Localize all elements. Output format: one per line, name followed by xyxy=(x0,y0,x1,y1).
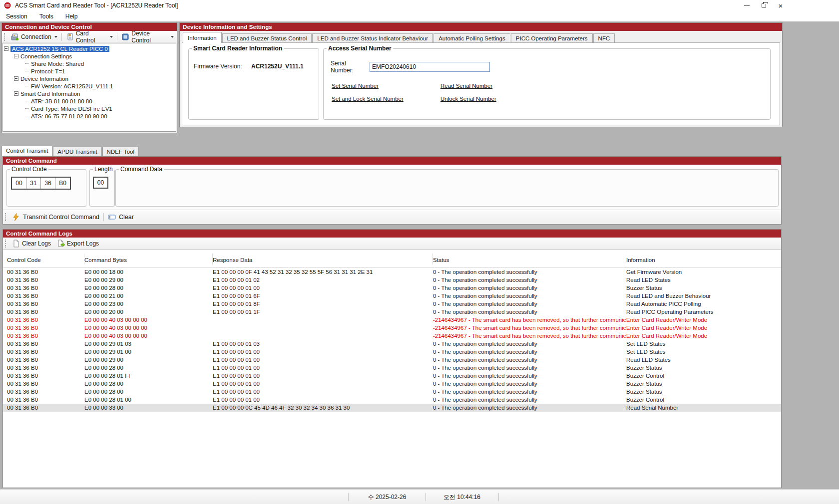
clear-button[interactable]: Clear xyxy=(105,212,137,222)
status-date: 수 2025-02-26 xyxy=(349,490,425,504)
cell-information: Buzzer Status xyxy=(626,381,781,387)
window-controls: × xyxy=(738,0,789,11)
table-row[interactable]: 00 31 36 B0 E0 00 00 20 00 E1 00 00 00 0… xyxy=(3,308,781,316)
tree-row-leaf[interactable]: ATR: 3B 81 80 01 80 80 xyxy=(4,97,175,105)
table-row[interactable]: 00 31 36 B0 E0 00 00 28 01 00 E1 00 00 0… xyxy=(3,396,781,404)
column-header-status[interactable]: Status xyxy=(433,253,626,264)
control-code-byte-input[interactable]: 31 xyxy=(26,178,41,189)
tab-picc-operating-parameters[interactable]: PICC Operating Parameters xyxy=(511,33,593,43)
cell-control-code: 00 31 36 B0 xyxy=(7,405,84,411)
collapse-icon[interactable] xyxy=(14,76,18,81)
table-row[interactable]: 00 31 36 B0 E0 00 00 28 00 E1 00 00 00 0… xyxy=(3,364,781,372)
tree-node-label[interactable]: ATS: 06 75 77 81 02 80 90 00 xyxy=(31,113,107,119)
unlock-serial-number-link[interactable]: Unlock Serial Number xyxy=(440,96,496,102)
tab-nfc[interactable]: NFC xyxy=(593,33,615,43)
control-code-byte-input[interactable]: 00 xyxy=(12,178,26,189)
column-header-information[interactable]: Information xyxy=(626,253,781,264)
menu-help[interactable]: Help xyxy=(59,12,84,21)
table-row[interactable]: 00 31 36 B0 E0 00 00 29 01 00 E1 00 00 0… xyxy=(3,348,781,356)
cell-information: Buzzer Status xyxy=(626,365,781,371)
transmit-control-command-button[interactable]: Transmit Control Command xyxy=(9,212,102,222)
column-header-command-bytes[interactable]: Command Bytes xyxy=(84,253,213,264)
set-serial-number-link[interactable]: Set Serial Number xyxy=(332,83,440,89)
set-and-lock-serial-number-link[interactable]: Set and Lock Serial Number xyxy=(332,96,440,102)
tree-row-leaf[interactable]: Card Type: Mifare DESFire EV1 xyxy=(4,105,175,112)
table-row[interactable]: 00 31 36 B0 E0 00 00 23 00 E1 00 00 00 0… xyxy=(3,300,781,308)
export-logs-button[interactable]: Export Logs xyxy=(54,239,102,249)
menu-tools[interactable]: Tools xyxy=(33,12,59,21)
control-code-byte-input[interactable]: B0 xyxy=(55,178,70,189)
cell-status: -2146434967 - The smart card has been re… xyxy=(433,333,626,339)
toolbar-grip[interactable] xyxy=(5,213,6,221)
toolbar-grip[interactable] xyxy=(4,33,5,41)
firmware-version-label: Firmware Version: xyxy=(194,63,251,70)
cell-status: 0 - The operation completed successfully xyxy=(433,365,626,371)
tree-node-label[interactable]: Protocol: T=1 xyxy=(31,68,65,74)
collapse-icon[interactable] xyxy=(4,46,8,51)
cell-status: 0 - The operation completed successfully xyxy=(433,293,626,299)
cell-control-code: 00 31 36 B0 xyxy=(7,285,84,291)
column-header-response-data[interactable]: Response Data xyxy=(213,253,433,264)
cell-information: Get Firmware Version xyxy=(626,269,781,275)
tab-led-buzzer-indicator-behaviour[interactable]: LED and Buzzer Status Indicator Behaviou… xyxy=(312,33,433,43)
table-row[interactable]: 00 31 36 B0 E0 00 00 28 00 E1 00 00 00 0… xyxy=(3,284,781,292)
serial-number-input[interactable] xyxy=(370,62,490,72)
close-button[interactable]: × xyxy=(772,0,789,11)
table-row[interactable]: 00 31 36 B0 E0 00 00 29 00 E1 00 00 00 0… xyxy=(3,276,781,284)
collapse-icon[interactable] xyxy=(14,54,18,58)
tree-row-group[interactable]: Smart Card Information xyxy=(4,90,175,97)
cell-status: 0 - The operation completed successfully xyxy=(433,389,626,395)
tab-automatic-polling-settings[interactable]: Automatic Polling Settings xyxy=(433,33,510,43)
tree-node-label[interactable]: FW Version: ACR1252U_V111.1 xyxy=(31,83,113,89)
tree-row-leaf[interactable]: ATS: 06 75 77 81 02 80 90 00 xyxy=(4,112,175,120)
table-row[interactable]: 00 31 36 B0 E0 00 00 18 00 E1 00 00 00 0… xyxy=(3,268,781,276)
tab-apdu-transmit[interactable]: APDU Transmit xyxy=(53,147,101,156)
minimize-button[interactable] xyxy=(738,0,755,11)
menu-session[interactable]: Session xyxy=(0,12,33,21)
table-row[interactable]: 00 31 36 B0 E0 00 00 28 01 FF E1 00 00 0… xyxy=(3,372,781,380)
tree-node-label[interactable]: Card Type: Mifare DESFire EV1 xyxy=(31,106,112,112)
command-data-groupbox: Command Data xyxy=(115,166,779,207)
table-row[interactable]: 00 31 36 B0 E0 00 00 21 00 E1 00 00 00 0… xyxy=(3,292,781,300)
tab-information[interactable]: Information xyxy=(183,32,222,43)
tab-led-buzzer-status-control[interactable]: LED and Buzzer Status Control xyxy=(222,33,312,43)
table-row[interactable]: 00 31 36 B0 E0 00 00 28 00 E1 00 00 00 0… xyxy=(3,380,781,388)
restore-button[interactable] xyxy=(755,0,772,11)
tree-node-label[interactable]: ATR: 3B 81 80 01 80 80 xyxy=(31,98,92,104)
card-control-dropdown-button[interactable]: Card Control xyxy=(63,29,116,45)
tree-row-leaf[interactable]: Share Mode: Shared xyxy=(4,60,175,67)
table-row[interactable]: 00 31 36 B0 E0 00 00 40 03 00 00 00 -214… xyxy=(3,332,781,340)
tree-row-root[interactable]: ACS ACR1252 1S CL Reader PICC 0 xyxy=(4,45,175,52)
window-title: ACS Smart Card and Reader Tool - [ACR125… xyxy=(15,2,178,9)
blank-page-icon xyxy=(12,240,20,248)
tab-control-transmit[interactable]: Control Transmit xyxy=(1,146,52,156)
tree-node-label[interactable]: Share Mode: Shared xyxy=(31,61,84,67)
tree-node-label[interactable]: Smart Card Information xyxy=(20,91,80,97)
tree-row-group[interactable]: Connection Settings xyxy=(4,52,175,60)
control-code-byte-input[interactable]: 36 xyxy=(41,178,55,189)
cell-command-bytes: E0 00 00 40 03 00 00 00 xyxy=(84,317,213,323)
column-header-control-code[interactable]: Control Code xyxy=(7,253,84,264)
table-row[interactable]: 00 31 36 B0 E0 00 00 40 03 00 00 00 -214… xyxy=(3,324,781,332)
tree-row-group[interactable]: Device Information xyxy=(4,75,175,82)
table-row[interactable]: 00 31 36 B0 E0 00 00 33 00 E1 00 00 00 0… xyxy=(3,404,781,412)
connection-dropdown-button[interactable]: Connection xyxy=(8,32,60,42)
collapse-icon[interactable] xyxy=(14,91,18,96)
tree-node-label[interactable]: Connection Settings xyxy=(20,53,72,59)
table-row[interactable]: 00 31 36 B0 E0 00 00 40 03 00 00 00 -214… xyxy=(3,316,781,324)
table-row[interactable]: 00 31 36 B0 E0 00 00 29 00 E1 00 00 00 0… xyxy=(3,356,781,364)
tree-row-leaf[interactable]: Protocol: T=1 xyxy=(4,67,175,75)
read-serial-number-link[interactable]: Read Serial Number xyxy=(440,83,496,89)
toolbar-grip[interactable] xyxy=(5,240,6,248)
table-row[interactable]: 00 31 36 B0 E0 00 00 29 01 03 E1 00 00 0… xyxy=(3,340,781,348)
device-control-dropdown-button[interactable]: Device Control xyxy=(118,29,177,45)
cell-response-data: E1 00 00 00 01 00 xyxy=(213,285,433,291)
length-input[interactable]: 00 xyxy=(93,177,108,189)
table-row[interactable]: 00 31 36 B0 E0 00 00 28 00 E1 00 00 00 0… xyxy=(3,388,781,396)
serial-links: Set Serial Number Read Serial Number Set… xyxy=(332,83,496,102)
tree-root-node[interactable]: ACS ACR1252 1S CL Reader PICC 0 xyxy=(10,46,109,52)
tree-node-label[interactable]: Device Information xyxy=(20,76,68,82)
clear-logs-button[interactable]: Clear Logs xyxy=(9,239,54,249)
tree-row-leaf[interactable]: FW Version: ACR1252U_V111.1 xyxy=(4,82,175,90)
tab-ndef-tool[interactable]: NDEF Tool xyxy=(102,147,139,156)
